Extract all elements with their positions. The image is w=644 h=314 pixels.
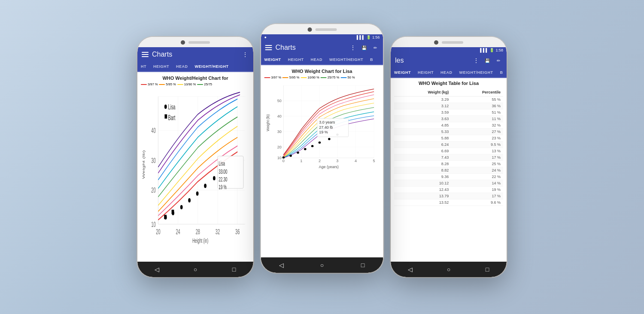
menu-icon-left[interactable]: [142, 52, 149, 57]
svg-text:20: 20: [156, 228, 160, 236]
table-cell: 10.12: [394, 180, 451, 187]
share-icon-right[interactable]: ⋮: [472, 57, 480, 64]
legend-line-2: [159, 84, 165, 85]
legend-line-3: [177, 84, 183, 85]
tab-weight-center[interactable]: WEIGHT: [261, 55, 285, 64]
tab-head-center[interactable]: HEAD: [307, 55, 326, 64]
svg-text:10: 10: [277, 156, 282, 160]
table-cell: 13.79: [394, 193, 451, 199]
square-btn-center[interactable]: □: [358, 261, 367, 269]
table-cell: 13.52: [394, 199, 451, 206]
legend-line-c5: [340, 77, 346, 78]
save-icon-center[interactable]: 💾: [360, 44, 368, 51]
legend-item-c5: 50 %: [340, 75, 355, 79]
tab-head-left[interactable]: HEAD: [173, 62, 191, 71]
table-row: 3.1236 %: [394, 103, 503, 109]
camera-right: [434, 40, 438, 45]
bottom-nav-right: ◁ ○ □: [391, 262, 507, 277]
share-icon-left[interactable]: ⋮: [241, 51, 249, 58]
table-cell: 6.69: [394, 148, 451, 154]
table-row: 13.7917 %: [394, 193, 503, 199]
home-btn-left[interactable]: ○: [191, 265, 200, 274]
phone-top-bar-left: [137, 37, 253, 47]
tab-b-right[interactable]: B: [497, 68, 507, 77]
table-cell: 17 %: [451, 193, 503, 199]
square-btn-left[interactable]: □: [230, 265, 238, 274]
wifi-icon: ●: [264, 35, 267, 39]
back-btn-center[interactable]: ◁: [277, 261, 286, 269]
table-cell: 51 %: [451, 109, 503, 116]
back-btn-right[interactable]: ◁: [406, 265, 414, 274]
speaker-center: [315, 28, 337, 31]
legend-item-3: 10/90 %: [177, 82, 196, 86]
phone-top-bar-right: [391, 37, 507, 47]
svg-rect-30: [172, 210, 174, 214]
table-cell: 32 %: [451, 122, 503, 129]
table-cell: 17 %: [451, 154, 503, 161]
table-cell: 25 %: [451, 161, 503, 167]
save-icon-right[interactable]: 💾: [483, 57, 491, 64]
legend-line-c3: [301, 77, 307, 78]
edit-icon-center[interactable]: ✏: [371, 44, 379, 51]
legend-label-3: 10/90 %: [184, 82, 196, 86]
svg-point-26: [204, 184, 207, 188]
legend-label-c2: 5/95 %: [289, 75, 299, 79]
app-icons-left: ⋮: [241, 51, 249, 58]
tab-height-right[interactable]: HEIGHT: [414, 68, 437, 77]
table-cell: 11 %: [451, 116, 503, 122]
tab-weight-height-left[interactable]: WEIGHT/HEIGHT: [191, 62, 232, 71]
back-btn-left[interactable]: ◁: [152, 265, 161, 274]
tabs-bar-center: WEIGHT HEIGHT HEAD WEIGHT/HEIGHT B: [261, 55, 383, 65]
app-bar-center: Charts ⋮ 💾 ✏: [261, 40, 383, 55]
home-btn-center[interactable]: ○: [318, 261, 326, 269]
edit-icon-right[interactable]: ✏: [495, 57, 502, 64]
app-bar-left: Charts ⋮: [137, 47, 253, 62]
legend-item-2: 5/95 %: [159, 82, 176, 86]
table-cell: 5.88: [394, 135, 451, 142]
tab-wh-right[interactable]: WEIGHT/HEIGHT: [456, 68, 497, 77]
tab-height-left[interactable]: HEIGHT: [150, 62, 173, 71]
menu-icon-center[interactable]: [265, 45, 272, 50]
svg-text:33.00: 33.00: [219, 169, 227, 175]
app-title-left: Charts: [152, 51, 238, 58]
bottom-nav-left: ◁ ○ □: [137, 262, 253, 277]
svg-point-69: [311, 145, 314, 147]
svg-text:32: 32: [216, 228, 220, 236]
table-cell: 3.59: [394, 109, 451, 116]
svg-text:28: 28: [196, 228, 200, 236]
legend-line-1: [141, 84, 147, 85]
table-row: 10.1214 %: [394, 180, 503, 187]
tab-ht-left[interactable]: HT: [137, 62, 150, 71]
speaker-right: [442, 41, 463, 44]
svg-text:Weight (lb): Weight (lb): [265, 114, 270, 131]
table-row: 6.249.5 %: [394, 142, 503, 148]
legend-item-4: 25/75: [197, 82, 212, 86]
table-row: 3.2955 %: [394, 97, 503, 103]
table-cell: 22 %: [451, 174, 503, 180]
table-cell: 7.43: [394, 154, 451, 161]
camera-left: [181, 40, 185, 45]
tab-b-center[interactable]: B: [367, 55, 377, 64]
legend-item-c3: 10/90 %: [301, 75, 319, 79]
camera-center: [307, 27, 312, 32]
square-btn-right[interactable]: □: [483, 265, 492, 274]
table-cell: 3.12: [394, 103, 451, 109]
table-title-right: WHO Weight Table for Lisa: [394, 81, 503, 86]
svg-point-71: [328, 138, 331, 140]
table-cell: 3.63: [394, 116, 451, 122]
tab-height-center[interactable]: HEIGHT: [285, 55, 307, 64]
tab-weight-right[interactable]: WEIGHT: [391, 68, 414, 77]
tabs-bar-right: WEIGHT HEIGHT HEAD WEIGHT/HEIGHT B: [391, 68, 507, 78]
status-icons-right-right: ▌▌▌ 🔋 1:58: [480, 48, 503, 52]
table-cell: 13 %: [451, 148, 503, 154]
tab-head-right[interactable]: HEAD: [437, 68, 456, 77]
home-btn-right[interactable]: ○: [444, 265, 453, 274]
table-row: 3.5951 %: [394, 109, 503, 116]
tab-wh-center[interactable]: WEIGHT/HEIGHT: [326, 55, 367, 64]
svg-text:24: 24: [176, 228, 180, 236]
phone-left: Charts ⋮ HT HEIGHT HEAD WEIGHT/HEIGHT WH…: [137, 37, 253, 277]
table-row: 9.3622 %: [394, 174, 503, 180]
chart-svg-element-left: 10 20 30 40 20 24 28 32 36 Height (in): [141, 88, 250, 258]
svg-text:40: 40: [151, 127, 155, 135]
share-icon-center[interactable]: ⋮: [349, 44, 357, 51]
